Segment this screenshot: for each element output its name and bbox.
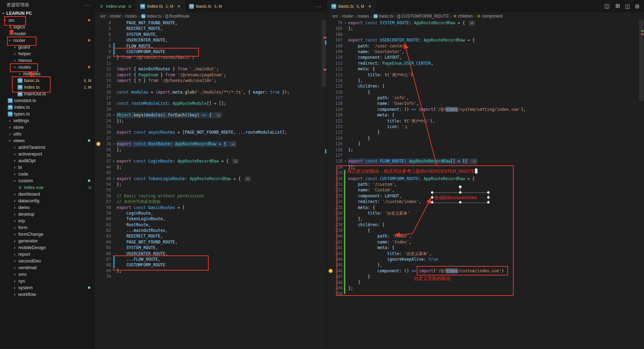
code-line-28[interactable]: 28›export const RootRoute: AppRouteRecor… (95, 141, 327, 147)
tree-item-constant.ts[interactable]: TSconstant.ts (0, 97, 95, 104)
breadcrumb-item[interactable]: ⚙component (477, 14, 503, 19)
editor-more-actions-icon[interactable]: ··· (316, 4, 327, 9)
tree-item-mainOut.ts[interactable]: TSmainOut.ts (0, 90, 95, 97)
tree-item-helper[interactable]: ›helper (0, 50, 95, 57)
tree-item-activereport[interactable]: ›activereport (0, 151, 95, 157)
code-line-115[interactable]: 115 children: [ (327, 83, 644, 89)
close-icon[interactable]: × (368, 4, 371, 9)
code-line-239[interactable]: 239 { (327, 228, 644, 233)
code-line-65[interactable]: 65 SYSTEM_ROUTE, (95, 245, 327, 250)
fold-icon[interactable]: › (111, 176, 117, 182)
code-line-7[interactable]: 7 USERCENTER_ROUTE, (95, 37, 327, 43)
tree-item-sendmail[interactable]: ›sendmail (0, 264, 95, 271)
breadcrumb-item[interactable]: TSbasic.ts (373, 14, 393, 19)
tree-item-secondDev[interactable]: ›secondDev (0, 258, 95, 264)
tab-basic.ts[interactable]: TSbasic.ts5, M (185, 0, 226, 12)
code-line-56[interactable]: 56// Basic routing without permissions (95, 193, 327, 199)
breadcrumb-item[interactable]: [ ]CUSTOMFORM_ROUTE (397, 14, 449, 19)
code-line-16[interactable]: 16const modules = import.meta.glob('./mo… (95, 89, 327, 95)
code-line-112[interactable]: 112 meta: { (327, 66, 644, 72)
code-line-11[interactable]: 11 (95, 61, 327, 66)
tree-item-form[interactable]: ›form (0, 224, 95, 231)
code-line-27[interactable]: 27 (95, 135, 327, 141)
fold-icon[interactable]: › (111, 158, 117, 164)
code-line-60[interactable]: 60 TokenLoginRoute, (95, 216, 327, 222)
layout-icon[interactable]: ⊞ (635, 3, 639, 9)
tree-item-mobileDesign[interactable]: ›mobileDesign (0, 244, 95, 251)
breadcrumb-item[interactable]: router (342, 14, 353, 19)
code-line-76[interactable]: 76›export const SYSTEM_ROUTE: AppRouteRe… (327, 20, 644, 26)
breadcrumb-item[interactable]: [ ]RootRoute (165, 14, 189, 19)
code-line-61[interactable]: 61 RootRoute, (95, 222, 327, 228)
tree-item-index.ts[interactable]: TSindex.ts (0, 104, 95, 110)
tree-item-utils[interactable]: ›utils (0, 131, 95, 137)
code-line-230[interactable]: 230export const CUSTOMFORM_ROUTE: AppRou… (327, 176, 644, 182)
scrollbar[interactable] (321, 20, 326, 87)
code-line-235[interactable]: 235 meta: { (327, 205, 644, 210)
tree-item-system[interactable]: ›system (0, 284, 95, 291)
code-line-68[interactable]: 68 CUSTOMFORM_ROUTE (95, 262, 327, 268)
breadcrumb-item[interactable]: src (100, 14, 106, 19)
code-line-62[interactable]: 62 ...mainOutRoutes, (95, 228, 327, 233)
code-line-121[interactable]: 121 title: t('用户中心'), (327, 118, 644, 124)
code-editor-basic-ts[interactable]: 76›export const SYSTEM_ROUTE: AppRouteRe… (327, 20, 644, 349)
code-line-70[interactable]: 70 (95, 274, 327, 279)
breadcrumb-item[interactable]: routes (357, 14, 369, 19)
code-line-240[interactable]: 240 path: 'index', (327, 233, 644, 239)
code-line-114[interactable]: 114 }, (327, 78, 644, 83)
code-line-247[interactable]: 247 } (327, 274, 644, 279)
code-line-37[interactable]: 37›export const LoginRoute: AppRouteReco… (95, 158, 327, 164)
close-icon[interactable]: × (177, 4, 180, 9)
tree-item-menus[interactable]: ›menus (0, 57, 95, 64)
code-line-241[interactable]: 241 name: 'Index', (327, 239, 644, 245)
code-line-245[interactable]: 245 }, (327, 262, 644, 268)
fold-icon[interactable]: › (343, 158, 348, 164)
code-line-116[interactable]: 116 { (327, 89, 644, 95)
code-line-36[interactable]: 36 (95, 153, 327, 158)
code-line-4[interactable]: 4 PAGE_NOT_FOUND_ROUTE, (95, 20, 327, 26)
code-line-236[interactable]: 236 title: '自定义菜单' (327, 210, 644, 216)
code-line-6[interactable]: 6 SYSTEM_ROUTE, (95, 32, 327, 37)
code-line-119[interactable]: 119 component: () => import('/@/views/sy… (327, 107, 644, 112)
code-line-26[interactable]: 26export const asyncRoutes = [PAGE_NOT_F… (95, 129, 327, 135)
fold-icon[interactable]: › (111, 112, 117, 118)
tree-item-generator[interactable]: ›generator (0, 237, 95, 244)
code-line-248[interactable]: 248 ] (327, 280, 644, 285)
code-line-106[interactable]: 106 (327, 32, 644, 37)
code-line-64[interactable]: 64 PAGE_NOT_FOUND_ROUTE, (95, 239, 327, 245)
tree-item-router[interactable]: ›router (0, 37, 95, 44)
fold-icon[interactable]: › (111, 141, 117, 147)
code-line-66[interactable]: 66 USERCENTER_ROUTE, (95, 251, 327, 256)
toggle-panel-icon[interactable]: ◫ (604, 2, 610, 9)
code-line-35[interactable]: 35}; (95, 147, 327, 153)
code-line-107[interactable]: 107export const USERCENTER_ROUTE: AppRou… (327, 37, 644, 43)
tree-item-sms[interactable]: ›sms (0, 271, 95, 278)
code-line-46[interactable]: 46›export const TokenLoginRoute: AppRout… (95, 176, 327, 182)
code-line-125[interactable]: 125 ] (327, 141, 644, 147)
code-line-19[interactable]: 19 (95, 107, 327, 112)
tree-item-index.ts[interactable]: TSindex.ts1, M (0, 84, 95, 90)
tree-item-report[interactable]: ›report (0, 251, 95, 258)
code-line-17[interactable]: 17 (95, 95, 327, 101)
code-line-118[interactable]: 118 name: 'UserInfo', (327, 101, 644, 106)
tree-item-store[interactable]: ›store (0, 124, 95, 131)
code-line-105[interactable]: 105}; (327, 26, 644, 31)
code-line-45[interactable]: 45 (95, 170, 327, 176)
tree-item-basic.ts[interactable]: TSbasic.ts5, M (0, 77, 95, 84)
code-line-24[interactable]: 24}); (95, 118, 327, 124)
code-line-242[interactable]: 242 meta: { (327, 245, 644, 250)
code-line-25[interactable]: 25 (95, 124, 327, 129)
lightbulb-icon[interactable] (329, 269, 332, 273)
tab-basic.ts[interactable]: TSbasic.ts5, M× (327, 0, 376, 12)
code-line-243[interactable]: 243 title: '自定义菜单', (327, 251, 644, 256)
code-line-124[interactable]: 124 } (327, 135, 644, 141)
code-line-249[interactable]: 249}; (327, 285, 644, 291)
code-line-237[interactable]: 237 }, (327, 216, 644, 222)
code-line-12[interactable]: 12import { mainOutRoutes } from './mainO… (95, 66, 327, 72)
code-line-108[interactable]: 108 path: '/user-center', (327, 43, 644, 49)
tree-item-logics[interactable]: ›logics (0, 24, 95, 30)
code-line-126[interactable]: 126}; (327, 147, 644, 153)
code-line-10[interactable]: 10} from '/@/router/routes/basic'; (95, 55, 327, 60)
tree-item-src[interactable]: ›src (0, 17, 95, 24)
code-line-111[interactable]: 111 redirect: PageEnum.USER_CENTER, (327, 61, 644, 66)
